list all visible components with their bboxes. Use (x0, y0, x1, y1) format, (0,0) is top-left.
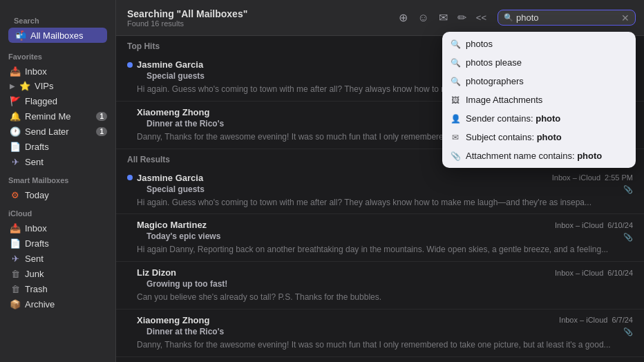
table-row[interactable]: Magico Martinez Inbox – iCloud 6/10/24 T… (116, 214, 644, 262)
sidebar-item-icloud-trash[interactable]: 🗑 Trash (3, 281, 113, 296)
attachment-icon: 📎 (623, 185, 633, 194)
drafts-icon: 📄 (10, 141, 21, 152)
sidebar-item-drafts[interactable]: 📄 Drafts (3, 139, 113, 154)
icloud-label: iCloud (0, 202, 115, 220)
read-indicator (127, 109, 133, 115)
email-time: 2:55 PM (605, 173, 633, 182)
email-sender: Magico Martinez (137, 220, 551, 230)
all-mailboxes-label: All Mailboxes (30, 30, 102, 41)
email-sender: Liz Dizon (137, 267, 551, 278)
read-indicator (127, 270, 133, 276)
dropdown-item-photographers[interactable]: 🔍 photographers (442, 72, 636, 90)
read-indicator (127, 317, 133, 323)
search-suggestion-icon-3: 🔍 (451, 77, 460, 86)
send-later-badge: 1 (96, 127, 107, 136)
search-suggestion-icon: 🔍 (451, 39, 460, 49)
add-to-mailbox-icon[interactable]: ⊕ (399, 11, 408, 24)
flagged-label: Flagged (25, 96, 107, 106)
email-subject: Today's epic views (146, 231, 220, 241)
send-later-label: Send Later (25, 126, 92, 137)
sender-icon: 👤 (451, 114, 460, 124)
main-content: Searching "All Mailboxes" Found 16 resul… (116, 0, 644, 362)
dropdown-item-attachment-photo[interactable]: 📎 Attachment name contains: photo (442, 146, 636, 165)
dropdown-text-subject-photo: Subject contains: photo (466, 132, 627, 142)
vip-icon: ⭐ (19, 81, 30, 91)
sidebar-item-icloud-inbox[interactable]: 📥 Inbox (3, 220, 113, 236)
search-bar[interactable]: 🔍 ✕ (498, 10, 636, 26)
sent-icon: ✈ (10, 156, 21, 167)
toolbar-subtitle: Found 16 results (127, 19, 393, 28)
dropdown-item-subject-photo[interactable]: ✉ Subject contains: photo (442, 128, 636, 146)
email-subject-line: Today's epic views 📎 (137, 231, 633, 242)
vip-label: VIPs (35, 81, 53, 91)
toolbar: Searching "All Mailboxes" Found 16 resul… (116, 0, 644, 36)
icloud-archive-icon: 📦 (10, 298, 21, 309)
new-mail-icon[interactable]: ✉ (439, 11, 448, 24)
attachment-icon: 📎 (623, 327, 633, 336)
email-subject: Dinner at the Rico's (146, 327, 224, 336)
dropdown-item-sender-photo[interactable]: 👤 Sender contains: photo (442, 109, 636, 128)
search-input[interactable] (516, 12, 618, 23)
inbox-icon: 📥 (10, 66, 21, 77)
inbox-label: Inbox (25, 66, 107, 77)
dropdown-item-image-attachments[interactable]: 🖼 Image Attachments (442, 90, 636, 109)
sidebar-search-area: Search 📬 All Mailboxes (0, 6, 115, 46)
sidebar-item-remind-me[interactable]: 🔔 Remind Me 1 (3, 108, 113, 124)
read-indicator (127, 222, 133, 228)
today-label: Today (25, 190, 107, 200)
table-row[interactable]: Jasmine Garcia Trash – iCloud 6/6/24 (116, 357, 644, 362)
today-icon: ⚙ (10, 189, 21, 200)
drafts-label: Drafts (25, 142, 107, 152)
icloud-drafts-icon: 📄 (10, 238, 21, 249)
attachment-icon: 📎 (623, 233, 633, 242)
dropdown-item-photos[interactable]: 🔍 photos (442, 35, 636, 53)
email-subject: Special guests (146, 184, 205, 194)
email-sender: Xiaomeng Zhong (137, 315, 555, 325)
email-subject: Growing up too fast! (146, 279, 227, 289)
sent-label: Sent (25, 157, 107, 167)
icloud-inbox-icon: 📥 (10, 222, 21, 234)
send-later-icon: 🕐 (10, 126, 21, 137)
sidebar-item-send-later[interactable]: 🕐 Send Later 1 (3, 124, 113, 139)
emoji-icon[interactable]: ☺ (417, 12, 428, 24)
sidebar-item-icloud-sent[interactable]: ✈ Sent (3, 251, 113, 266)
search-icon: 🔍 (504, 13, 513, 22)
email-header: Jasmine Garcia Inbox – iCloud 2:55 PM (127, 173, 633, 183)
icloud-archive-label: Archive (25, 299, 107, 309)
sidebar: Search 📬 All Mailboxes Favorites 📥 Inbox… (0, 0, 116, 362)
vip-chevron-icon: ▶ (10, 82, 15, 90)
expand-icon[interactable]: << (476, 12, 486, 23)
icloud-sent-label: Sent (25, 254, 107, 264)
all-mailboxes-item[interactable]: 📬 All Mailboxes (8, 28, 107, 43)
table-row[interactable]: Jasmine Garcia Inbox – iCloud 2:55 PM Sp… (116, 167, 644, 215)
compose-icon[interactable]: ✏ (457, 11, 466, 24)
sidebar-item-today[interactable]: ⚙ Today (3, 187, 113, 202)
dropdown-text-photos: photos (466, 39, 627, 49)
dropdown-item-photos-please[interactable]: 🔍 photos please (442, 53, 636, 72)
sidebar-item-vips[interactable]: ▶ ⭐ VIPs (3, 79, 113, 93)
icloud-trash-icon: 🗑 (10, 283, 21, 294)
table-row[interactable]: Xiaomeng Zhong Inbox – iCloud 6/7/24 Din… (116, 309, 644, 357)
toolbar-title: Searching "All Mailboxes" (127, 8, 393, 19)
sidebar-item-flagged[interactable]: 🚩 Flagged (3, 93, 113, 108)
email-preview: Hi again Danny, Reporting back on anothe… (137, 244, 633, 256)
email-header: Magico Martinez Inbox – iCloud 6/10/24 (127, 220, 633, 230)
icloud-trash-label: Trash (25, 284, 107, 294)
search-dropdown: 🔍 photos 🔍 photos please 🔍 photographers… (442, 32, 636, 168)
clear-search-button[interactable]: ✕ (621, 13, 629, 23)
sidebar-item-icloud-drafts[interactable]: 📄 Drafts (3, 236, 113, 251)
sidebar-item-inbox[interactable]: 📥 Inbox (3, 64, 113, 79)
attachment-name-icon: 📎 (451, 151, 460, 161)
dropdown-text-photos-please: photos please (466, 57, 627, 68)
email-time: 6/10/24 (607, 269, 633, 277)
sidebar-item-icloud-junk[interactable]: 🗑 Junk (3, 266, 113, 281)
table-row[interactable]: Liz Dizon Inbox – iCloud 6/10/24 Growing… (116, 262, 644, 309)
dropdown-text-image-attachments: Image Attachments (466, 95, 627, 105)
email-subject: Special guests (146, 71, 205, 81)
dropdown-text-sender-photo: Sender contains: photo (466, 113, 627, 124)
sidebar-item-icloud-archive[interactable]: 📦 Archive (3, 296, 113, 312)
unread-indicator (127, 175, 133, 180)
remind-icon: 🔔 (10, 111, 21, 122)
search-bar-container: 🔍 ✕ 🔍 photos 🔍 photos please 🔍 photograp… (498, 10, 636, 26)
sidebar-item-sent[interactable]: ✈ Sent (3, 154, 113, 169)
